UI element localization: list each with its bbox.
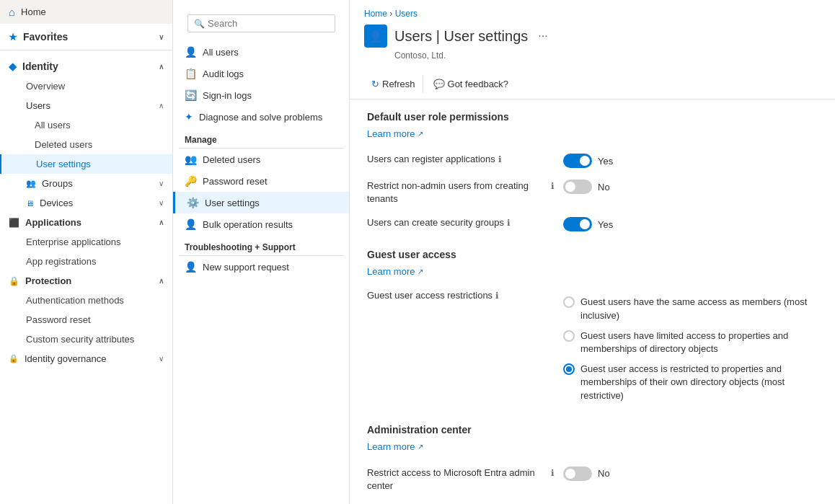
nav-bulk-operation[interactable]: 👤 Bulk operation results xyxy=(173,213,349,235)
learn-more-2[interactable]: Learn more ↗ xyxy=(367,266,818,277)
sidebar-groups-header[interactable]: 👥 Groups ∨ xyxy=(0,174,172,193)
security-groups-control: Yes xyxy=(563,217,613,231)
restrict-entra-value: No xyxy=(598,468,610,479)
register-apps-slider xyxy=(563,154,592,168)
nav-audit-logs[interactable]: 📋 Audit logs xyxy=(173,63,349,84)
content-header: Home › Users 👤 Users | User settings ···… xyxy=(350,0,835,61)
radio-limited-access[interactable]: Guest users have limited access to prope… xyxy=(563,330,818,355)
section-default-role: Default user role permissions xyxy=(367,111,818,123)
content-panel: Home › Users 👤 Users | User settings ···… xyxy=(350,0,835,504)
setting-row-restrict-entra: Restrict access to Microsoft Entra admin… xyxy=(367,461,818,498)
external-link-icon-2: ↗ xyxy=(418,268,423,275)
security-groups-slider xyxy=(563,217,592,231)
nav-diagnose-solve[interactable]: ✦ Diagnose and solve problems xyxy=(173,106,349,128)
page-icon: 👤 xyxy=(364,25,387,48)
feedback-icon: 💬 xyxy=(433,79,445,89)
feedback-button[interactable]: 💬 Got feedback? xyxy=(426,75,516,93)
external-link-icon-3: ↗ xyxy=(418,443,423,451)
nav-user-settings[interactable]: ⚙️ User settings xyxy=(173,192,349,213)
sidebar-users-header[interactable]: Users ∧ xyxy=(0,96,172,115)
sidebar-item-enterprise-apps[interactable]: Enterprise applications xyxy=(0,232,172,252)
troubleshooting-section-label: Troubleshooting + Support xyxy=(173,235,349,255)
user-settings-icon: ⚙️ xyxy=(187,197,199,208)
refresh-button[interactable]: ↻ Refresh xyxy=(364,75,423,93)
sidebar-devices-header[interactable]: 🖥 Devices ∨ xyxy=(0,193,172,213)
all-users-icon: 👤 xyxy=(185,46,197,58)
restrict-entra-control: No xyxy=(563,467,610,481)
ellipsis-button[interactable]: ··· xyxy=(535,27,550,45)
sidebar-item-password-reset[interactable]: Password reset xyxy=(0,310,172,330)
register-apps-info-icon[interactable]: ℹ xyxy=(498,154,502,164)
nav-support-request[interactable]: 👤 New support request xyxy=(173,256,349,278)
restrict-non-admin-control: No xyxy=(563,180,610,194)
applications-chevron: ∧ xyxy=(159,218,164,226)
breadcrumb-users-link[interactable]: Users xyxy=(395,9,418,19)
protection-chevron: ∧ xyxy=(159,277,164,285)
sidebar-item-all-users[interactable]: All users xyxy=(0,115,172,135)
protection-icon: 🔒 xyxy=(9,276,19,286)
identity-icon: ◆ xyxy=(9,61,17,72)
groups-chevron: ∨ xyxy=(159,180,164,187)
restrict-entra-toggle[interactable] xyxy=(563,467,592,481)
sidebar-identity-gov-header[interactable]: 🔒 Identity governance ∨ xyxy=(0,349,172,368)
nav-password-reset[interactable]: 🔑 Password reset xyxy=(173,170,349,192)
restrict-entra-info-icon[interactable]: ℹ xyxy=(551,468,555,478)
search-input[interactable] xyxy=(208,18,329,29)
nav-sign-in-logs[interactable]: 🔄 Sign-in logs xyxy=(173,84,349,106)
restrict-non-admin-value: No xyxy=(598,182,610,193)
breadcrumb-home-link[interactable]: Home xyxy=(364,9,387,19)
register-apps-label: Users can register applications ℹ xyxy=(367,154,555,164)
restrict-non-admin-info-icon[interactable]: ℹ xyxy=(551,181,555,191)
page-title-row: 👤 Users | User settings ··· xyxy=(364,25,821,48)
sidebar-item-home[interactable]: ⌂ Home xyxy=(0,0,172,24)
sign-in-logs-icon: 🔄 xyxy=(185,89,197,101)
radio-most-inclusive-button[interactable] xyxy=(563,296,575,308)
radio-restricted-button[interactable] xyxy=(563,363,575,375)
favorites-chevron: ∨ xyxy=(159,33,164,41)
deleted-users-icon: 👥 xyxy=(185,154,197,165)
learn-more-3[interactable]: Learn more ↗ xyxy=(367,441,818,452)
restrict-non-admin-slider xyxy=(563,180,592,194)
manage-section-label: Manage xyxy=(173,128,349,148)
divider-1 xyxy=(0,50,172,50)
sidebar-favorites[interactable]: ★ Favorites ∨ xyxy=(0,24,172,47)
guest-restrictions-label: Guest user access restrictions ℹ xyxy=(367,290,555,301)
sidebar-item-user-settings[interactable]: User settings xyxy=(0,154,172,174)
register-apps-value: Yes xyxy=(598,156,613,167)
toolbar: ↻ Refresh 💬 Got feedback? xyxy=(350,69,835,100)
devices-chevron: ∨ xyxy=(159,199,164,207)
section-admin-center: Administration center xyxy=(367,424,818,436)
applications-icon: ⬛ xyxy=(9,218,19,228)
refresh-icon: ↻ xyxy=(371,79,379,89)
sidebar-identity-header[interactable]: ◆ Identity ∧ xyxy=(0,53,172,76)
sidebar-protection-header[interactable]: 🔒 Protection ∧ xyxy=(0,271,172,291)
radio-limited-access-button[interactable] xyxy=(563,330,575,342)
users-chevron: ∧ xyxy=(159,102,164,110)
sidebar-item-auth-methods[interactable]: Authentication methods xyxy=(0,291,172,310)
diagnose-icon: ✦ xyxy=(185,111,193,123)
search-container: 🔍 xyxy=(187,14,335,32)
security-groups-toggle[interactable] xyxy=(563,217,592,231)
security-groups-value: Yes xyxy=(598,219,613,230)
support-icon: 👤 xyxy=(185,261,197,273)
sidebar-home-label: Home xyxy=(21,6,46,17)
sidebar-item-app-registrations[interactable]: App registrations xyxy=(0,252,172,271)
learn-more-1[interactable]: Learn more ↗ xyxy=(367,128,818,139)
sidebar-applications-header[interactable]: ⬛ Applications ∧ xyxy=(0,213,172,232)
groups-icon: 👥 xyxy=(26,179,36,188)
restrict-entra-label: Restrict access to Microsoft Entra admin… xyxy=(367,467,555,492)
radio-most-inclusive[interactable]: Guest users have the same access as memb… xyxy=(563,296,818,322)
security-groups-info-icon[interactable]: ℹ xyxy=(507,218,511,228)
nav-deleted-users[interactable]: 👥 Deleted users xyxy=(173,149,349,170)
page-subtitle: Contoso, Ltd. xyxy=(394,50,821,61)
guest-restrictions-info-icon[interactable]: ℹ xyxy=(495,291,499,301)
external-link-icon-1: ↗ xyxy=(418,130,423,138)
sidebar-item-overview[interactable]: Overview xyxy=(0,76,172,96)
sidebar-item-custom-security[interactable]: Custom security attributes xyxy=(0,330,172,349)
register-apps-toggle[interactable] xyxy=(563,154,592,168)
restrict-non-admin-toggle[interactable] xyxy=(563,180,592,194)
star-icon: ★ xyxy=(9,32,17,43)
sidebar-item-deleted-users[interactable]: Deleted users xyxy=(0,135,172,154)
radio-restricted[interactable]: Guest user access is restricted to prope… xyxy=(563,363,818,402)
nav-all-users[interactable]: 👤 All users xyxy=(173,41,349,63)
